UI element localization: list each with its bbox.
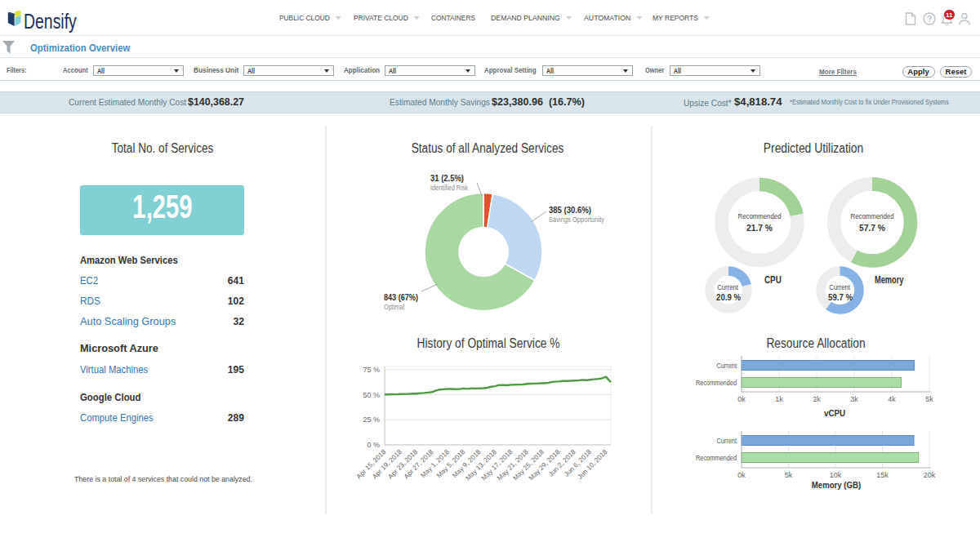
svg-text:4k: 4k [888, 395, 896, 403]
svg-text:Current: Current [716, 362, 737, 370]
svg-text:1k: 1k [775, 395, 783, 403]
svg-text:Recommended: Recommended [696, 454, 737, 462]
svg-text:3k: 3k [850, 395, 858, 403]
svg-text:0k: 0k [737, 471, 746, 479]
svg-text:Recommended: Recommended [696, 379, 737, 387]
svg-text:20k: 20k [924, 471, 936, 479]
svg-text:10k: 10k [830, 471, 842, 479]
svg-text:15k: 15k [876, 471, 889, 479]
svg-text:0k: 0k [737, 395, 746, 403]
svg-text:5k: 5k [785, 471, 793, 479]
svg-text:2k: 2k [813, 395, 821, 403]
svg-text:5k: 5k [925, 395, 933, 403]
svg-text:50 %: 50 % [363, 391, 380, 399]
svg-text:75 %: 75 % [363, 366, 380, 374]
svg-text:Current: Current [716, 437, 737, 445]
svg-text:25 %: 25 % [363, 415, 380, 424]
svg-text:0 %: 0 % [367, 441, 380, 449]
